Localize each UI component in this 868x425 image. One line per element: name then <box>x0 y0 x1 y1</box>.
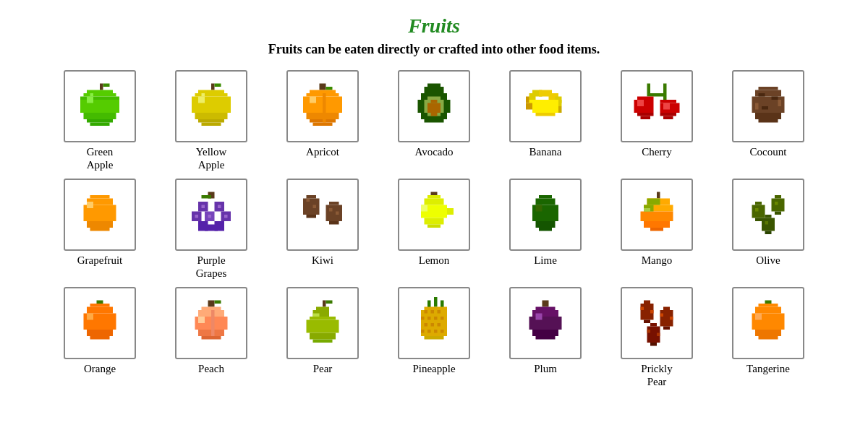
svg-rect-119 <box>536 199 556 205</box>
svg-rect-194 <box>532 330 558 336</box>
svg-rect-130 <box>647 199 660 205</box>
svg-rect-23 <box>310 90 336 94</box>
fruit-item-yellow-apple[interactable]: YellowApple <box>161 70 262 171</box>
fruit-box-cherry <box>621 70 693 142</box>
fruit-item-banana[interactable]: Banana <box>495 70 596 171</box>
fruit-item-kiwi[interactable]: Kiwi <box>272 179 373 280</box>
svg-rect-37 <box>427 97 441 100</box>
svg-rect-217 <box>759 336 778 340</box>
fruit-item-cherry[interactable]: Cherry <box>606 70 707 171</box>
svg-rect-144 <box>765 221 769 225</box>
svg-rect-137 <box>775 195 781 199</box>
svg-rect-218 <box>755 314 762 320</box>
fruit-item-prickly-pear[interactable]: PricklyPear <box>606 287 707 388</box>
svg-rect-109 <box>336 212 339 215</box>
svg-rect-205 <box>660 314 664 317</box>
svg-rect-169 <box>313 314 320 317</box>
svg-rect-5 <box>80 100 119 113</box>
fruit-item-tangerine[interactable]: Tangerine <box>718 287 819 388</box>
fruit-box-tangerine <box>732 287 804 359</box>
fruits-grid: GreenApple YellowApple <box>49 70 819 388</box>
svg-rect-50 <box>529 100 559 106</box>
svg-rect-11 <box>211 84 215 90</box>
fruit-item-apricot[interactable]: Apricot <box>272 70 373 171</box>
svg-rect-127 <box>641 212 673 222</box>
fruit-box-pineapple <box>398 287 470 359</box>
fruit-item-pear[interactable]: Pear <box>272 287 373 388</box>
svg-rect-31 <box>427 84 441 87</box>
fruit-label-purple-grapes: PurpleGrapes <box>196 254 226 280</box>
svg-rect-15 <box>192 97 231 113</box>
fruit-item-pineapple[interactable]: Pineapple <box>383 287 485 388</box>
svg-rect-189 <box>441 330 444 333</box>
fruit-item-orange[interactable]: Orange <box>49 287 150 388</box>
svg-rect-66 <box>663 116 673 120</box>
svg-rect-168 <box>313 340 333 343</box>
svg-rect-82 <box>87 221 113 228</box>
svg-rect-147 <box>87 307 113 314</box>
svg-rect-75 <box>772 97 778 100</box>
svg-rect-107 <box>313 205 317 209</box>
fruit-item-lemon[interactable]: Lemon <box>383 179 485 280</box>
svg-rect-84 <box>87 202 93 208</box>
svg-rect-118 <box>539 195 552 199</box>
svg-rect-145 <box>97 301 103 304</box>
svg-rect-128 <box>644 221 670 228</box>
svg-rect-190 <box>542 301 549 307</box>
svg-rect-140 <box>765 215 772 218</box>
svg-rect-93 <box>218 205 221 209</box>
svg-rect-99 <box>205 225 218 231</box>
svg-rect-177 <box>431 310 435 314</box>
svg-rect-10 <box>90 93 94 97</box>
fruit-item-plum[interactable]: Plum <box>495 287 596 388</box>
fruit-item-avocado[interactable]: Avocado <box>383 70 485 171</box>
svg-rect-94 <box>195 215 199 218</box>
fruit-label-pineapple: Pineapple <box>412 362 455 375</box>
fruit-item-purple-grapes[interactable]: PurpleGrapes <box>161 179 262 280</box>
svg-rect-12 <box>215 84 221 87</box>
fruit-label-kiwi: Kiwi <box>312 254 333 267</box>
page-subtitle: Fruits can be eaten directly or crafted … <box>268 42 600 57</box>
svg-rect-212 <box>765 301 772 304</box>
svg-rect-171 <box>434 297 438 307</box>
svg-rect-59 <box>637 97 654 100</box>
fruit-item-olive[interactable]: Olive <box>718 179 819 280</box>
svg-rect-96 <box>224 215 228 218</box>
fruit-box-peach <box>175 287 247 359</box>
svg-rect-111 <box>427 195 441 199</box>
svg-rect-196 <box>536 314 542 320</box>
fruit-box-grapefruit <box>64 179 136 251</box>
svg-rect-150 <box>90 336 110 340</box>
svg-rect-68 <box>663 103 670 110</box>
svg-rect-129 <box>650 228 663 231</box>
fruit-box-kiwi <box>286 179 359 251</box>
fruit-label-peach: Peach <box>198 362 224 375</box>
svg-rect-58 <box>663 93 667 100</box>
svg-rect-176 <box>425 310 428 314</box>
svg-rect-53 <box>526 103 532 110</box>
fruit-item-grapefruit[interactable]: Grapefruit <box>49 179 150 280</box>
fruit-box-yellow-apple <box>175 70 247 142</box>
fruit-box-plum <box>509 287 582 359</box>
svg-rect-104 <box>329 202 339 205</box>
svg-rect-112 <box>425 199 444 205</box>
svg-rect-110 <box>431 192 438 196</box>
svg-rect-74 <box>759 93 765 97</box>
fruit-label-apricot: Apricot <box>306 145 339 158</box>
svg-rect-69 <box>759 87 778 90</box>
fruit-box-lemon <box>398 179 470 251</box>
fruit-item-coconut[interactable]: Cocount <box>718 70 819 171</box>
svg-rect-188 <box>434 330 438 333</box>
svg-rect-1 <box>103 84 110 87</box>
fruit-item-mango[interactable]: Mango <box>606 179 707 280</box>
fruit-item-lime[interactable]: Lime <box>495 179 596 280</box>
svg-rect-19 <box>198 97 205 103</box>
svg-rect-199 <box>644 320 650 324</box>
svg-rect-54 <box>558 106 562 113</box>
fruit-box-green-apple <box>64 70 136 142</box>
svg-rect-124 <box>657 192 660 199</box>
svg-rect-9 <box>87 97 93 103</box>
fruit-item-green-apple[interactable]: GreenApple <box>49 70 150 171</box>
fruit-item-peach[interactable]: Peach <box>161 287 262 388</box>
fruit-label-yellow-apple: YellowApple <box>196 145 227 171</box>
